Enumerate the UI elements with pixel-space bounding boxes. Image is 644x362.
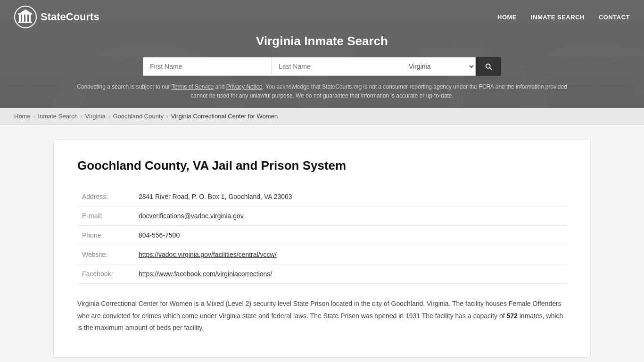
- breadcrumb-sep-1: ›: [33, 114, 35, 119]
- website-link[interactable]: https://vadoc.virginia.gov/facilities/ce…: [139, 251, 277, 258]
- privacy-link[interactable]: Privacy Notice: [226, 83, 263, 90]
- address-row: Address: 2841 River Road, P. O. Box 1, G…: [77, 187, 567, 206]
- svg-rect-3: [25, 14, 27, 22]
- facility-description: Virginia Correctional Center for Women i…: [77, 298, 567, 334]
- last-name-input[interactable]: [272, 57, 400, 76]
- breadcrumb-virginia[interactable]: Virginia: [85, 113, 106, 120]
- disclaimer-text-before: Conducting a search is subject to our: [77, 83, 172, 90]
- description-capacity: 572: [507, 312, 518, 320]
- facebook-link[interactable]: https://www.facebook.com/virginiacorrect…: [139, 270, 272, 278]
- search-button[interactable]: [476, 57, 501, 76]
- email-label: E-mail:: [77, 206, 134, 226]
- breadcrumb: Home › Inmate Search › Virginia › Goochl…: [0, 108, 644, 125]
- tos-link[interactable]: Terms of Service: [172, 83, 214, 90]
- email-link[interactable]: docverifications@vadoc.virginia.gov: [139, 212, 244, 220]
- svg-rect-7: [18, 13, 32, 15]
- breadcrumb-sep-3: ›: [108, 114, 110, 119]
- state-select[interactable]: Select State Alabama Alaska Arizona Arka…: [400, 57, 476, 76]
- address-label: Address:: [77, 187, 134, 206]
- facebook-value: https://www.facebook.com/virginiacorrect…: [134, 264, 567, 284]
- nav-links: HOME INMATE SEARCH CONTACT: [497, 14, 630, 21]
- breadcrumb-home[interactable]: Home: [14, 113, 31, 120]
- email-row: E-mail: docverifications@vadoc.virginia.…: [77, 206, 567, 226]
- disclaimer-and: and: [214, 83, 226, 90]
- logo-text: StateCourts: [41, 11, 99, 23]
- facebook-label: Facebook:: [77, 264, 134, 284]
- facility-title: Goochland County, VA Jail and Prison Sys…: [77, 158, 567, 173]
- search-icon: [484, 62, 493, 71]
- email-value: docverifications@vadoc.virginia.gov: [134, 206, 567, 226]
- svg-rect-2: [22, 14, 24, 22]
- content-card: Goochland County, VA Jail and Prison Sys…: [53, 139, 591, 358]
- website-value: https://vadoc.virginia.gov/facilities/ce…: [134, 245, 567, 264]
- breadcrumb-goochland[interactable]: Goochland County: [113, 113, 164, 120]
- phone-value: 804-556-7500: [134, 226, 567, 245]
- facility-info-table: Address: 2841 River Road, P. O. Box 1, G…: [77, 187, 567, 284]
- breadcrumb-sep-2: ›: [81, 114, 83, 119]
- website-label: Website:: [77, 245, 134, 264]
- description-part1: Virginia Correctional Center for Women i…: [77, 300, 561, 319]
- phone-label: Phone:: [77, 226, 134, 245]
- svg-rect-1: [19, 14, 21, 22]
- website-row: Website: https://vadoc.virginia.gov/faci…: [77, 245, 567, 264]
- top-navigation: StateCourts HOME INMATE SEARCH CONTACT: [0, 0, 644, 34]
- address-value: 2841 River Road, P. O. Box 1, Goochland,…: [134, 187, 567, 206]
- svg-rect-5: [18, 22, 32, 23]
- nav-home[interactable]: HOME: [497, 14, 517, 21]
- first-name-input[interactable]: [143, 57, 272, 76]
- logo-icon: [14, 6, 37, 28]
- hero-title: Virginia Inmate Search: [0, 34, 644, 49]
- main-content: Goochland County, VA Jail and Prison Sys…: [0, 125, 644, 362]
- breadcrumb-current: Virginia Correctional Center for Women: [171, 113, 278, 120]
- breadcrumb-sep-4: ›: [166, 114, 168, 119]
- disclaimer: Conducting a search is subject to our Te…: [63, 82, 581, 108]
- nav-inmate-search[interactable]: INMATE SEARCH: [531, 14, 585, 21]
- logo-link[interactable]: StateCourts: [14, 6, 99, 28]
- svg-rect-4: [29, 14, 31, 22]
- phone-row: Phone: 804-556-7500: [77, 226, 567, 245]
- hero-section: StateCourts HOME INMATE SEARCH CONTACT V…: [0, 0, 644, 108]
- nav-contact[interactable]: CONTACT: [599, 14, 630, 21]
- breadcrumb-inmate-search[interactable]: Inmate Search: [38, 113, 78, 120]
- search-bar: Select State Alabama Alaska Arizona Arka…: [133, 57, 511, 76]
- facebook-row: Facebook: https://www.facebook.com/virgi…: [77, 264, 567, 284]
